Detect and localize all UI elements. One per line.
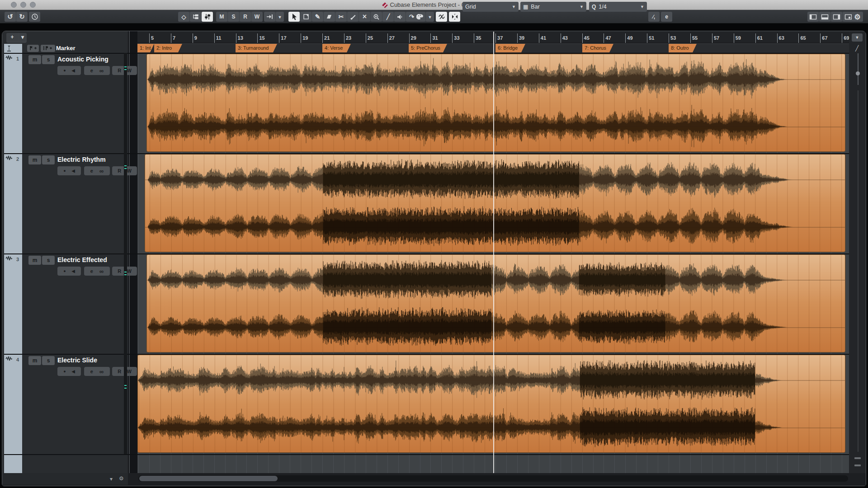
history-button[interactable] bbox=[29, 12, 40, 22]
record-enable-button[interactable]: ● bbox=[63, 68, 66, 73]
vertical-zoom-slider[interactable] bbox=[858, 53, 859, 85]
edit-channel-button[interactable]: e bbox=[90, 369, 93, 374]
record-enable-button[interactable]: ● bbox=[63, 269, 66, 273]
snap-to-zero-crossing-button[interactable] bbox=[436, 12, 447, 22]
audio-event[interactable] bbox=[145, 154, 845, 252]
open-quantize-panel-button[interactable]: e bbox=[661, 12, 672, 22]
record-enable-button[interactable]: ● bbox=[63, 369, 66, 374]
add-marker-button[interactable] bbox=[27, 45, 39, 52]
track-name[interactable]: Electric Rhythm bbox=[57, 156, 106, 163]
activate-project-button[interactable]: ◇ bbox=[178, 12, 189, 22]
add-cycle-marker-button[interactable] bbox=[41, 45, 55, 52]
mute-track-button[interactable]: m bbox=[28, 256, 41, 265]
track-visibility-button[interactable] bbox=[190, 12, 201, 22]
split-tool[interactable]: ✂ bbox=[335, 12, 347, 22]
freeze-button[interactable]: ∞ bbox=[99, 268, 104, 275]
write-automation-button[interactable]: W bbox=[127, 268, 131, 274]
marker-flag[interactable]: 7: Chorus bbox=[582, 44, 613, 52]
glue-tool[interactable] bbox=[347, 12, 359, 22]
marker-flag[interactable]: 1: Int bbox=[137, 44, 154, 52]
marker-flag[interactable]: 2: Intro bbox=[154, 44, 182, 52]
playhead[interactable] bbox=[493, 32, 494, 473]
lower-zone-toggle-button[interactable] bbox=[819, 12, 830, 22]
marker-flag[interactable]: 4: Verse bbox=[322, 44, 351, 52]
mute-track-button[interactable]: m bbox=[28, 55, 41, 64]
quantize-preset-dropdown[interactable]: Q 1/4▼ bbox=[589, 2, 647, 12]
marker-flag[interactable]: 6: Bridge bbox=[495, 44, 525, 52]
zoom-tool[interactable] bbox=[371, 12, 382, 22]
track-list-menu-button[interactable]: ▾ bbox=[110, 476, 113, 482]
solo-track-button[interactable]: s bbox=[42, 155, 55, 164]
read-automation-button[interactable]: R bbox=[118, 68, 121, 73]
audio-event[interactable] bbox=[137, 355, 845, 453]
right-zone-toggle-button[interactable] bbox=[831, 12, 842, 22]
ruler-options-button[interactable]: ▼ bbox=[852, 33, 863, 42]
track-list-settings-button[interactable]: ⚙ bbox=[119, 475, 124, 482]
monitor-button[interactable]: ◀ bbox=[72, 269, 75, 273]
read-automation-button[interactable]: R bbox=[118, 168, 121, 174]
audio-event[interactable] bbox=[146, 54, 845, 152]
monitor-button[interactable]: ◀ bbox=[72, 369, 75, 374]
mute-tool[interactable]: × bbox=[359, 12, 370, 22]
horizontal-scrollbar-thumb[interactable] bbox=[139, 476, 278, 481]
freeze-button[interactable]: ∞ bbox=[99, 368, 104, 375]
snap-on-off-button[interactable] bbox=[449, 12, 460, 22]
snap-type-dropdown[interactable]: Grid▼ bbox=[462, 2, 519, 12]
freeze-button[interactable]: ∞ bbox=[99, 168, 104, 174]
object-selection-tool[interactable] bbox=[288, 12, 300, 22]
edit-channel-button[interactable]: e bbox=[90, 68, 93, 73]
mute-track-button[interactable]: m bbox=[28, 155, 41, 164]
zoom-in-vertical-button[interactable] bbox=[854, 457, 861, 459]
redo-button[interactable]: ↻ bbox=[16, 12, 28, 22]
zoom-preset-icon[interactable]: ╱ bbox=[855, 45, 859, 52]
write-all-button[interactable]: W bbox=[251, 12, 263, 22]
panel-divider[interactable] bbox=[128, 31, 137, 473]
audio-event[interactable] bbox=[146, 254, 845, 352]
erase-tool[interactable] bbox=[324, 12, 335, 22]
play-tool[interactable] bbox=[394, 12, 406, 22]
write-automation-button[interactable]: W bbox=[127, 168, 131, 174]
read-automation-button[interactable]: R bbox=[118, 268, 121, 274]
track-presets-button[interactable]: ▾ bbox=[19, 33, 27, 41]
read-automation-button[interactable]: R bbox=[118, 369, 121, 374]
monitor-button[interactable]: ◀ bbox=[72, 169, 75, 173]
solo-track-button[interactable]: s bbox=[42, 55, 55, 64]
marker-flag[interactable]: 5: PreChorus bbox=[409, 44, 447, 52]
track-name[interactable]: Acoustic Picking bbox=[57, 56, 108, 63]
solo-track-button[interactable]: s bbox=[42, 356, 55, 365]
window-layout-settings-button[interactable]: ⚙ bbox=[852, 12, 863, 22]
monitor-button[interactable]: ◀ bbox=[72, 68, 75, 73]
line-tool[interactable]: ╱ bbox=[382, 12, 394, 22]
solo-track-button[interactable]: s bbox=[42, 256, 55, 265]
apply-quantize-button[interactable]: ∕, bbox=[648, 12, 660, 22]
zoom-out-vertical-button[interactable] bbox=[854, 465, 861, 466]
track-name[interactable]: Electric Slide bbox=[57, 357, 97, 364]
vertical-zoom-knob[interactable] bbox=[856, 71, 860, 75]
left-zone-toggle-button[interactable] bbox=[807, 12, 819, 22]
record-enable-button[interactable]: ● bbox=[63, 169, 66, 173]
mute-track-button[interactable]: m bbox=[28, 356, 41, 365]
mixer-button[interactable] bbox=[202, 12, 213, 22]
grid-type-dropdown[interactable]: ▦ Bar▼ bbox=[520, 2, 586, 12]
range-selection-tool[interactable] bbox=[300, 12, 311, 22]
color-tool-button[interactable] bbox=[414, 12, 425, 22]
vertical-scrollbar[interactable] bbox=[858, 90, 859, 452]
autoscroll-button[interactable] bbox=[264, 12, 275, 22]
deactivate-all-solo-button[interactable]: S bbox=[228, 12, 239, 22]
color-menu-button[interactable]: ▾ bbox=[426, 12, 434, 22]
add-track-button[interactable]: + bbox=[6, 33, 18, 41]
write-automation-button[interactable]: W bbox=[127, 68, 131, 73]
ruler-bar-number: 23 bbox=[346, 35, 351, 41]
edit-channel-button[interactable]: e bbox=[90, 168, 93, 174]
deactivate-all-mute-button[interactable]: M bbox=[216, 12, 227, 22]
undo-button[interactable]: ↺ bbox=[5, 12, 16, 22]
write-automation-button[interactable]: W bbox=[127, 369, 131, 374]
draw-tool[interactable]: ✎ bbox=[312, 12, 323, 22]
track-name[interactable]: Electric Effected bbox=[57, 256, 107, 263]
marker-flag[interactable]: 8: Outro bbox=[669, 44, 697, 52]
edit-channel-button[interactable]: e bbox=[90, 268, 93, 274]
autoscroll-options-button[interactable]: ▾ bbox=[276, 12, 284, 22]
marker-flag[interactable]: 3: Turnaround bbox=[236, 44, 277, 52]
read-all-button[interactable]: R bbox=[240, 12, 251, 22]
freeze-button[interactable]: ∞ bbox=[99, 67, 104, 74]
